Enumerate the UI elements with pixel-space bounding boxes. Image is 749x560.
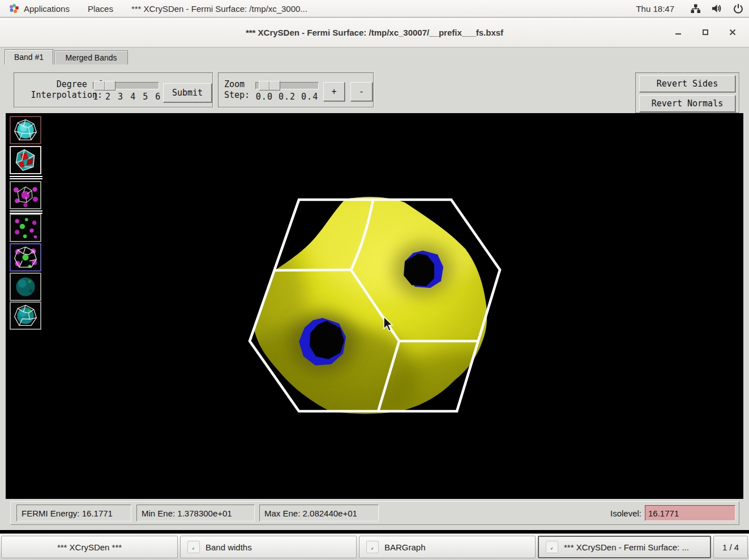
- taskbar-item-xcrysden[interactable]: *** XCrySDen ***: [1, 536, 178, 558]
- places-menu[interactable]: Places: [79, 0, 122, 17]
- isolevel-label: Isolevel:: [610, 509, 641, 518]
- maximize-button[interactable]: [699, 26, 712, 38]
- surface-thumbnail-6[interactable]: [10, 273, 41, 301]
- interpolation-ticks: 1 2 3 4 5 6: [93, 92, 159, 102]
- zoom-step-label: Zoom Step:: [224, 79, 250, 101]
- zoom-slider-handle[interactable]: [259, 81, 280, 91]
- window-icon: [366, 541, 379, 553]
- surface-thumbnail-1-selected[interactable]: [10, 116, 41, 144]
- fermi-energy-readout: FERMI Energy: 16.1771: [16, 505, 131, 522]
- places-label: Places: [88, 4, 113, 14]
- zoom-out-button[interactable]: -: [350, 82, 373, 101]
- revert-sides-button[interactable]: Revert Sides: [639, 75, 735, 92]
- window-title: *** XCrySDen - Fermi Surface: /tmp/xc_30…: [0, 28, 749, 37]
- minimize-button[interactable]: [672, 26, 684, 38]
- surface-thumbnail-3[interactable]: [10, 181, 41, 209]
- taskbar-item-bargraph[interactable]: BARGraph: [359, 536, 536, 558]
- tab-band-1-label: Band #1: [14, 53, 44, 62]
- zoom-frame: Zoom Step: 0.0 0.2 0.4 + -: [218, 72, 374, 107]
- tab-band-1[interactable]: Band #1: [5, 49, 53, 64]
- thumbnail-separator: [10, 210, 42, 214]
- system-tray: Thu 18:47: [626, 0, 749, 17]
- window-icon: [546, 541, 558, 553]
- surface-thumbnail-5[interactable]: [10, 243, 41, 272]
- revert-frame: Revert Sides Revert Normals: [635, 72, 739, 113]
- taskbar-item-fermi-surface-active[interactable]: *** XCrySDen - Fermi Surface: ...: [538, 536, 711, 558]
- tab-merged-bands[interactable]: Merged Bands: [54, 50, 128, 64]
- taskbar-item-label: BARGraph: [384, 542, 426, 552]
- interpolation-slider-handle[interactable]: [94, 81, 115, 91]
- workspace-pager[interactable]: 1 / 4: [713, 536, 748, 558]
- fermi-surface-render: [6, 113, 743, 499]
- power-icon[interactable]: [727, 0, 749, 17]
- thumbnail-separator: [10, 176, 42, 179]
- max-energy-readout: Max Ene: 2.082440e+01: [259, 505, 379, 522]
- active-window-label: *** XCrySDen - Fermi Surface: /tmp/xc_30…: [131, 4, 307, 14]
- window-titlebar[interactable]: *** XCrySDen - Fermi Surface: /tmp/xc_30…: [0, 18, 749, 48]
- taskbar-item-label: *** XCrySDen - Fermi Surface: ...: [564, 542, 689, 552]
- taskbar-item-label: *** XCrySDen ***: [57, 542, 122, 552]
- status-panel: FERMI Energy: 16.1771 Min Ene: 1.378300e…: [10, 501, 739, 525]
- revert-normals-button[interactable]: Revert Normals: [639, 95, 735, 112]
- interpolation-label: Degree of Interpolation:: [18, 79, 102, 101]
- active-window-menu[interactable]: *** XCrySDen - Fermi Surface: /tmp/xc_30…: [122, 0, 316, 17]
- network-icon[interactable]: [684, 0, 706, 17]
- interpolation-frame: Degree of Interpolation: 1 2 3 4 5 6 Sub…: [14, 72, 213, 107]
- zoom-in-button[interactable]: +: [323, 82, 345, 101]
- volume-icon[interactable]: [706, 0, 727, 17]
- tab-merged-bands-label: Merged Bands: [65, 53, 117, 62]
- render-canvas[interactable]: [6, 113, 743, 499]
- min-energy-readout: Min Ene: 1.378300e+01: [136, 505, 255, 522]
- applications-pinwheel-icon: [9, 3, 19, 14]
- applications-menu[interactable]: Applications: [0, 0, 79, 17]
- taskbar: *** XCrySDen *** Band widths BARGraph **…: [0, 533, 749, 560]
- close-button[interactable]: [726, 26, 739, 38]
- isolevel-input[interactable]: [645, 505, 735, 521]
- surface-thumbnail-2[interactable]: [10, 146, 41, 174]
- applications-label: Applications: [24, 4, 70, 14]
- surface-thumbnail-4[interactable]: [10, 214, 41, 242]
- system-bar: Applications Places *** XCrySDen - Fermi…: [0, 0, 749, 18]
- xcrysden-window: Band #1 Merged Bands Degree of Interpola…: [0, 48, 749, 530]
- taskbar-item-band-widths[interactable]: Band widths: [180, 536, 357, 558]
- taskbar-item-label: Band widths: [206, 542, 252, 552]
- window-icon: [187, 541, 200, 553]
- zoom-ticks: 0.0 0.2 0.4: [252, 92, 322, 102]
- submit-button[interactable]: Submit: [163, 83, 212, 102]
- clock[interactable]: Thu 18:47: [626, 4, 684, 14]
- surface-thumbnail-7[interactable]: [10, 301, 41, 330]
